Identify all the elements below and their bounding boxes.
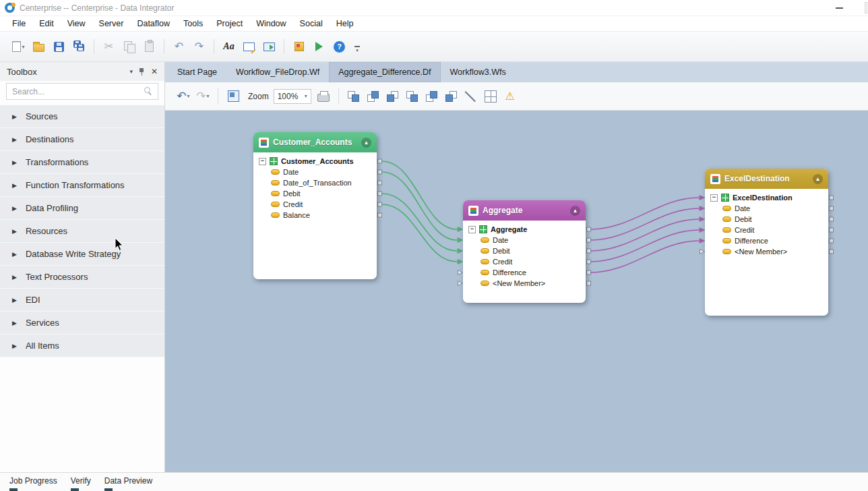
new-dataflow-button[interactable]: ▾	[9, 38, 28, 56]
open-button[interactable]	[30, 38, 48, 56]
node-header[interactable]: Customer_Accounts ▲	[253, 132, 377, 152]
collapse-expander-icon[interactable]	[259, 158, 266, 165]
minimize-button[interactable]	[829, 0, 849, 16]
undo-button[interactable]: ↶	[170, 38, 188, 56]
tree-field-row[interactable]: Date	[463, 235, 586, 246]
help-button[interactable]: ?	[330, 38, 348, 56]
toolbox-item-transformations[interactable]: ▶Transformations	[0, 151, 164, 174]
zoom-select[interactable]: 100%▾	[274, 89, 311, 104]
tree-field-row[interactable]: Debit	[253, 188, 377, 199]
toolbox-item-resources[interactable]: ▶Resources	[0, 220, 164, 243]
tab-start-page[interactable]: Start Page	[168, 62, 226, 82]
tab-workflow3[interactable]: Workflow3.Wfs	[441, 62, 516, 82]
tree-field-row[interactable]: Difference	[463, 267, 586, 278]
align-bottom-button[interactable]	[444, 88, 459, 105]
align-left-button[interactable]	[346, 88, 361, 105]
node-customer-accounts[interactable]: Customer_Accounts ▲ Customer_Accounts Da…	[253, 132, 377, 279]
toolbox-item-database-write-strategy[interactable]: ▶Database Write Strategy	[0, 243, 164, 266]
toolbar-overflow-button[interactable]: ▾	[354, 46, 360, 53]
tree-field-row[interactable]: <New Member>	[705, 246, 828, 257]
paste-button[interactable]	[140, 38, 158, 56]
menu-view[interactable]: View	[61, 18, 92, 30]
node-aggregate[interactable]: Aggregate ▲ Aggregate Date Debit Credit …	[463, 200, 586, 303]
print-button[interactable]	[316, 88, 331, 105]
toolbox-item-data-profiling[interactable]: ▶Data Profiling	[0, 197, 164, 220]
collapse-expander-icon[interactable]	[468, 226, 476, 233]
grid-toggle-button[interactable]	[483, 88, 498, 105]
status-tab-data-preview[interactable]: Data Preview	[99, 473, 158, 491]
tree-field-row[interactable]: Date_of_Transaction	[253, 177, 377, 188]
toolbox-menu-button[interactable]: ▾	[129, 68, 133, 75]
menu-social[interactable]: Social	[293, 18, 330, 30]
select-tool-button[interactable]	[226, 88, 241, 105]
save-button[interactable]	[50, 38, 68, 56]
menu-dataflow[interactable]: Dataflow	[130, 18, 177, 30]
menu-window[interactable]: Window	[249, 18, 292, 30]
draw-link-button[interactable]	[464, 88, 478, 105]
node-header[interactable]: Aggregate ▲	[463, 200, 586, 221]
align-center-button[interactable]	[366, 88, 381, 105]
workspace: Toolbox ▾ ✕ ▶Sources ▶Destinations ▶Tran…	[0, 62, 868, 472]
menu-tools[interactable]: Tools	[177, 18, 210, 30]
redo-button[interactable]: ↷	[190, 38, 208, 56]
dataflow-canvas[interactable]: Customer_Accounts ▲ Customer_Accounts Da…	[165, 111, 868, 472]
tree-root-row[interactable]: ExcelDestination	[705, 192, 828, 203]
toolbox-item-text-processors[interactable]: ▶Text Processors	[0, 266, 164, 289]
copy-button[interactable]	[120, 38, 138, 56]
tree-field-row[interactable]: Difference	[705, 235, 828, 246]
tab-aggregate-difference[interactable]: Aggregate_Difference.Df	[329, 62, 440, 82]
tree-field-row[interactable]: Credit	[253, 199, 377, 210]
redo-button[interactable]: ↷▾	[195, 88, 210, 105]
menu-project[interactable]: Project	[210, 18, 249, 30]
toolbox-item-all-items[interactable]: ▶All Items	[0, 335, 164, 357]
toolbox-item-sources[interactable]: ▶Sources	[0, 105, 164, 128]
font-button[interactable]: Aa	[220, 38, 238, 56]
tree-field-row[interactable]: Debit	[463, 246, 586, 256]
tree-field-row[interactable]: Date	[705, 203, 828, 214]
tree-root-row[interactable]: Customer_Accounts	[253, 156, 377, 167]
node-header[interactable]: ExcelDestination ▲	[705, 169, 828, 189]
node-field-tree: ExcelDestination Date Debit Credit Diffe…	[705, 189, 828, 257]
run-dataflow-button[interactable]	[260, 38, 278, 56]
warnings-button[interactable]: ⚠	[503, 88, 518, 105]
toolbox-item-services[interactable]: ▶Services	[0, 312, 164, 335]
verify-run-button[interactable]	[310, 38, 328, 56]
collapse-node-button[interactable]: ▲	[570, 206, 580, 216]
align-top-button[interactable]	[385, 88, 400, 105]
menu-help[interactable]: Help	[330, 18, 361, 30]
cut-button[interactable]: ✂	[100, 38, 118, 56]
status-tab-verify[interactable]: Verify	[65, 473, 96, 491]
status-tab-job-progress[interactable]: Job Progress	[4, 473, 63, 491]
data-source-button[interactable]	[290, 38, 308, 56]
menu-file[interactable]: File	[5, 18, 32, 30]
toolbox-item-destinations[interactable]: ▶Destinations	[0, 128, 164, 151]
tab-workflow-filedrop[interactable]: Workflow_FileDrop.Wf	[226, 62, 329, 82]
window-button-partial[interactable]	[865, 2, 868, 13]
tree-field-row[interactable]: Credit	[705, 225, 828, 235]
toolbox-item-function-transformations[interactable]: ▶Function Transformations	[0, 174, 164, 197]
main-toolbar: ▾ ✂ ↶ ↷ Aa ? ▾	[0, 32, 868, 62]
align-icon	[385, 90, 400, 103]
menu-edit[interactable]: Edit	[32, 18, 61, 30]
close-icon[interactable]: ✕	[151, 67, 158, 76]
align-middle-button[interactable]	[405, 88, 420, 105]
save-all-button[interactable]	[70, 38, 88, 56]
toolbox-search-input[interactable]	[12, 87, 144, 96]
tree-field-row[interactable]: Debit	[705, 214, 828, 225]
undo-button[interactable]: ↶▾	[176, 88, 191, 105]
toolbar-separator	[218, 88, 218, 105]
menu-server[interactable]: Server	[92, 18, 131, 30]
toolbox-item-edi[interactable]: ▶EDI	[0, 289, 164, 312]
tree-field-row[interactable]: Balance	[253, 210, 377, 221]
align-right-button[interactable]	[425, 88, 439, 105]
node-excel-destination[interactable]: ExcelDestination ▲ ExcelDestination Date…	[705, 169, 828, 316]
tree-root-row[interactable]: Aggregate	[463, 224, 586, 235]
collapse-expander-icon[interactable]	[710, 194, 718, 202]
tree-field-row[interactable]: Date	[253, 167, 377, 177]
tree-field-row[interactable]: Credit	[463, 256, 586, 267]
tree-field-row[interactable]: <New Member>	[463, 278, 586, 289]
text-editor-button[interactable]	[240, 38, 258, 56]
collapse-node-button[interactable]: ▲	[813, 174, 823, 184]
pin-icon[interactable]	[139, 67, 145, 76]
collapse-node-button[interactable]: ▲	[361, 138, 371, 148]
